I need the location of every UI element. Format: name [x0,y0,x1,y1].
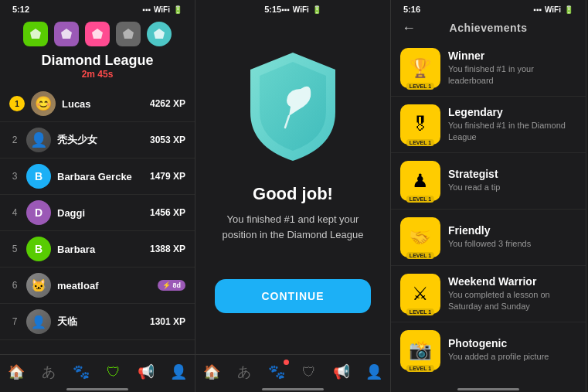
player-name: 秃头少女 [57,133,144,147]
achievement-desc: You added a profile picture [448,351,576,363]
nav-profile-icon-2[interactable]: 👤 [363,361,385,383]
achievement-desc: You finished #1 in the Diamond League [448,120,576,144]
player-name: Lucas [62,98,144,110]
player-xp: 1388 XP [150,244,185,254]
badge-gray [116,22,141,46]
list-item: ⚔ LEVEL 1 Weekend Warrior You completed … [391,266,586,322]
achievement-name: Winner [448,49,576,62]
player-name: 天临 [57,315,144,329]
rank-number: 4 [9,207,20,218]
avatar: 👤 [26,128,51,152]
battery-icon: 🔋 [173,5,182,14]
badge-icon: ⚔ LEVEL 1 [400,274,440,314]
achievement-name: Legendary [448,106,576,118]
continue-button[interactable]: CONTINUE [215,279,370,313]
achievement-desc: You read a tip [448,182,576,193]
svg-marker-3 [123,29,134,39]
badge-icon: 🤝 LEVEL 1 [400,217,440,257]
avatar: B [26,164,51,189]
nav-home-icon[interactable]: 🏠 [5,361,27,383]
achievement-badge: ♟ LEVEL 1 [400,161,440,201]
achievement-name: Strategist [448,168,576,180]
badge-green [23,22,48,46]
achievements-title: Achievements [450,22,528,34]
badge-purple [54,22,79,46]
rank-number: 7 [9,316,20,327]
table-row: 7 👤 天临 1301 XP [0,304,195,340]
signal-icon-2: ▪▪▪ [281,5,290,14]
purple-badge: ⚡ 8d [158,280,185,291]
shield-icon [243,46,343,162]
signal-icon: ▪▪▪ [142,5,151,14]
status-bar-3: 5:16 ▪▪▪ WiFi 🔋 [391,0,586,15]
achievement-name: Friendly [448,224,576,237]
achievement-badge: ⚔ LEVEL 1 [400,274,440,314]
status-time-3: 5:16 [403,5,420,14]
wifi-icon: WiFi [154,5,170,14]
table-row: 4 D Daggi 1456 XP [0,195,195,231]
nav-league-icon[interactable]: 🛡 [103,361,124,383]
nav-social-icon[interactable]: 📢 [135,361,157,383]
level-label: LEVEL 1 [406,83,434,90]
rank-number: 3 [9,171,20,182]
table-row: 2 👤 秃头少女 3053 XP [0,122,195,159]
avatar: 😊 [31,91,56,116]
home-indicator-1 [66,388,128,390]
achievement-desc: You followed 3 friends [448,238,576,250]
bottom-nav-2: 🏠 あ 🐾 🛡 📢 👤 [195,354,390,386]
table-row: 5 B Barbara 1388 XP [0,231,195,268]
nav-profile-icon[interactable]: 👤 [168,361,189,383]
level-label: LEVEL 1 [406,365,434,372]
nav-learn-icon-2[interactable]: あ [233,361,255,383]
svg-marker-4 [154,29,165,39]
avatar: D [26,200,51,225]
achievements-header: ← Achievements [391,15,586,40]
league-badges [0,15,195,49]
player-name: Barbara Gercke [57,171,144,182]
status-icons-2: ▪▪▪ WiFi 🔋 [281,5,321,14]
player-xp: 3053 XP [150,135,185,145]
player-name: Daggi [57,207,144,219]
bottom-nav-1: 🏠 あ 🐾 🛡 📢 👤 [0,354,195,386]
badge-icon: ♟ LEVEL 1 [400,161,440,201]
badge-icon: 📸 LEVEL 1 [400,330,440,370]
player-xp: 1301 XP [150,316,185,327]
achievement-info: Photogenic You added a profile picture [448,337,576,363]
achievement-badge: 📸 LEVEL 1 [400,330,440,370]
list-item: 📸 LEVEL 1 Photogenic You added a profile… [391,322,586,373]
nav-social-icon-2[interactable]: 📢 [331,361,352,383]
rank-number: 6 [9,280,20,291]
league-title: Diamond League [0,53,195,69]
achievement-desc: You completed a lesson on Saturday and S… [448,289,576,313]
achievement-badge: 🏆 LEVEL 1 [400,48,440,88]
achievement-name: Weekend Warrior [448,275,576,288]
achievement-info: Winner You finished #1 in your leaderboa… [448,49,576,87]
nav-pet-icon[interactable]: 🐾 [70,361,92,383]
level-label: LEVEL 1 [406,308,434,315]
status-time-2: 5:15 [264,5,281,14]
table-row: 3 B Barbara Gercke 1479 XP [0,159,195,195]
achievement-badge: 🎖 LEVEL 1 [400,104,440,145]
nav-pet-icon-2[interactable]: 🐾 [266,361,287,383]
screen-good-job: 5:15 ▪▪▪ WiFi 🔋 [195,0,391,392]
list-item: ♟ LEVEL 1 Strategist You read a tip [391,153,586,210]
battery-icon-3: 🔋 [564,5,573,14]
back-button[interactable]: ← [402,20,416,36]
achievement-desc: You finished #1 in your leaderboard [448,63,576,87]
wifi-icon-2: WiFi [293,5,309,14]
list-item: 🏆 LEVEL 1 Winner You finished #1 in your… [391,40,586,97]
status-icons-1: ▪▪▪ WiFi 🔋 [142,5,182,14]
rank-number: 2 [9,135,20,145]
player-name: meatloaf [57,280,151,291]
screen-leaderboard: 5:12 ▪▪▪ WiFi 🔋 Diamond League 2m 45s 1 … [0,0,195,392]
status-bar-2: 5:15 ▪▪▪ WiFi 🔋 [252,0,334,15]
home-indicator-3 [457,388,519,390]
achievement-badge: 🤝 LEVEL 1 [400,217,440,257]
player-xp: 1479 XP [150,171,185,182]
level-label: LEVEL 1 [406,252,434,259]
rank-1-indicator: 1 [9,96,25,111]
league-timer: 2m 45s [0,69,195,80]
nav-learn-icon[interactable]: あ [38,361,59,383]
nav-home-icon-2[interactable]: 🏠 [201,361,223,383]
nav-league-icon-2[interactable]: 🛡 [298,361,320,383]
